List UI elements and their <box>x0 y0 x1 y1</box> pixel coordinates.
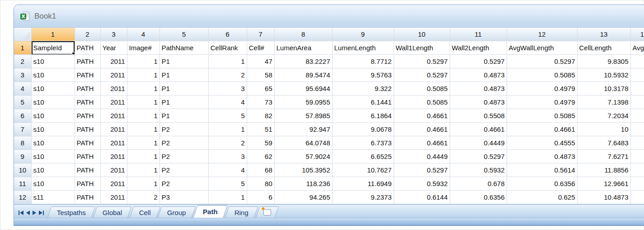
column-header-5[interactable]: 5 <box>160 28 208 41</box>
sheet-tab-cell[interactable]: Cell <box>129 206 160 218</box>
grid-cell[interactable]: 80 <box>247 177 274 191</box>
grid-cell[interactable]: 1 <box>208 191 247 204</box>
grid-cell[interactable]: 0.5085 <box>507 109 577 123</box>
grid-cell[interactable]: 9.0678 <box>332 123 394 136</box>
grid-cell[interactable]: 1 <box>127 136 160 150</box>
grid-cell[interactable]: PATH <box>75 163 100 177</box>
grid-cell[interactable]: PATH <box>75 109 100 123</box>
first-sheet-button[interactable] <box>19 211 24 215</box>
row-header-1[interactable]: 1 <box>14 41 31 55</box>
grid-cell[interactable]: AvgWallLength <box>507 41 577 55</box>
grid-cell[interactable]: PATH <box>75 96 100 109</box>
sheet-tab-testpaths[interactable]: Testpaths <box>47 206 96 218</box>
grid-cell[interactable]: 0.4555 <box>507 136 577 150</box>
grid-cell[interactable]: 59.0955 <box>274 96 332 109</box>
grid-cell[interactable]: 2011 <box>100 96 127 109</box>
grid-cell[interactable]: 0.5297 <box>394 163 450 177</box>
grid-cell[interactable]: PATH <box>75 41 100 55</box>
grid-cell[interactable]: 0.5085 <box>507 68 577 82</box>
grid-cell[interactable]: PATH <box>75 68 100 82</box>
grid-cell[interactable]: Wall2Length <box>450 41 507 55</box>
grid-cell[interactable]: 11.6949 <box>332 177 394 191</box>
grid-cell[interactable]: 89.5474 <box>274 68 332 82</box>
row-header-7[interactable]: 7 <box>14 123 31 136</box>
row-header-11[interactable]: 11 <box>14 177 31 191</box>
grid-cell[interactable]: 3 <box>208 150 247 163</box>
grid-cell[interactable]: 2 <box>127 191 160 204</box>
grid-cell[interactable]: PATH <box>75 123 100 136</box>
column-header-3[interactable]: 3 <box>100 28 127 41</box>
grid-cell[interactable]: P2 <box>160 123 208 136</box>
grid-cell[interactable]: Wall1Length <box>394 41 450 55</box>
grid-cell[interactable]: 0.4449 <box>394 150 450 163</box>
grid-cell[interactable] <box>630 68 644 82</box>
grid-cell[interactable]: 0.4979 <box>507 82 577 96</box>
grid-cell[interactable]: s10 <box>31 150 75 163</box>
grid-cell[interactable]: 0.6144 <box>394 191 450 204</box>
grid-cell[interactable]: 1 <box>127 68 160 82</box>
grid-cell[interactable]: 9.5763 <box>332 68 394 82</box>
grid-cell[interactable]: 0.6356 <box>507 177 577 191</box>
grid-cell[interactable]: 2011 <box>100 163 127 177</box>
grid-cell[interactable]: Year <box>100 41 127 55</box>
grid-cell[interactable]: PathName <box>160 41 208 55</box>
grid-cell[interactable]: 0.5297 <box>507 55 577 68</box>
grid-cell[interactable] <box>630 109 644 123</box>
insert-worksheet-tab[interactable]: ✹ <box>255 206 279 218</box>
grid-cell[interactable]: 9.8305 <box>577 55 630 68</box>
grid-cell[interactable]: 64.0748 <box>274 136 332 150</box>
grid-cell[interactable]: 2011 <box>100 82 127 96</box>
grid-cell[interactable]: 2011 <box>100 177 127 191</box>
grid-cell[interactable]: s10 <box>31 123 75 136</box>
row-header-5[interactable]: 5 <box>14 96 31 109</box>
grid-cell[interactable]: s10 <box>31 163 75 177</box>
grid-cell[interactable]: 94.265 <box>274 191 332 204</box>
grid-cell[interactable]: 47 <box>247 55 274 68</box>
grid-cell[interactable]: 1 <box>127 96 160 109</box>
grid-cell[interactable] <box>630 163 644 177</box>
grid-cell[interactable]: 0.5297 <box>450 55 507 68</box>
row-header-9[interactable]: 9 <box>14 150 31 163</box>
column-header-10[interactable]: 10 <box>394 28 450 41</box>
grid-cell[interactable]: 0.4661 <box>450 123 507 136</box>
row-header-12[interactable]: 12 <box>14 191 31 204</box>
fill-handle[interactable] <box>72 52 75 55</box>
grid-cell[interactable]: P1 <box>160 55 208 68</box>
grid-cell[interactable]: 4 <box>208 96 247 109</box>
grid-cell[interactable]: 8.7712 <box>332 55 394 68</box>
grid-cell[interactable]: 10.3178 <box>577 82 630 96</box>
grid-cell[interactable]: Image# <box>127 41 160 55</box>
grid-cell[interactable]: 6 <box>247 191 274 204</box>
sheet-tab-path[interactable]: Path <box>193 205 227 218</box>
grid-cell[interactable]: s10 <box>31 136 75 150</box>
grid-cell[interactable]: 0.4661 <box>394 123 450 136</box>
grid-cell[interactable]: s10 <box>31 82 75 96</box>
column-header-14[interactable]: 14 <box>630 28 644 41</box>
grid-cell[interactable]: 0.4661 <box>394 136 450 150</box>
grid-cell[interactable]: 9.322 <box>332 82 394 96</box>
workbook-titlebar[interactable]: X Book1 <box>14 5 644 28</box>
grid-cell[interactable]: 2011 <box>100 123 127 136</box>
grid-cell[interactable]: 5 <box>208 109 247 123</box>
grid-cell[interactable]: CellLength <box>577 41 630 55</box>
column-header-6[interactable]: 6 <box>208 28 247 41</box>
grid-cell[interactable]: 6.1864 <box>332 109 394 123</box>
grid-cell[interactable]: LumenLength <box>332 41 394 55</box>
grid-cell[interactable] <box>630 96 644 109</box>
grid-cell[interactable]: 57.9024 <box>274 150 332 163</box>
row-header-3[interactable]: 3 <box>14 68 31 82</box>
grid-cell[interactable]: 68 <box>247 163 274 177</box>
grid-cell[interactable]: 0.625 <box>507 191 577 204</box>
grid-cell[interactable]: 59 <box>247 136 274 150</box>
grid-cell[interactable]: 6.7373 <box>332 136 394 150</box>
grid-cell[interactable]: 1 <box>127 150 160 163</box>
grid-cell[interactable]: 3 <box>208 82 247 96</box>
grid-cell[interactable]: 0.5297 <box>394 68 450 82</box>
grid-cell[interactable]: Cell# <box>247 41 274 55</box>
grid-cell[interactable]: 83.2227 <box>274 55 332 68</box>
sheet-tab-group[interactable]: Group <box>158 206 196 218</box>
active-cell[interactable]: SampleId <box>31 41 75 55</box>
column-header-12[interactable]: 12 <box>507 28 577 41</box>
grid-cell[interactable]: P2 <box>160 150 208 163</box>
grid-cell[interactable]: 0.4979 <box>507 96 577 109</box>
